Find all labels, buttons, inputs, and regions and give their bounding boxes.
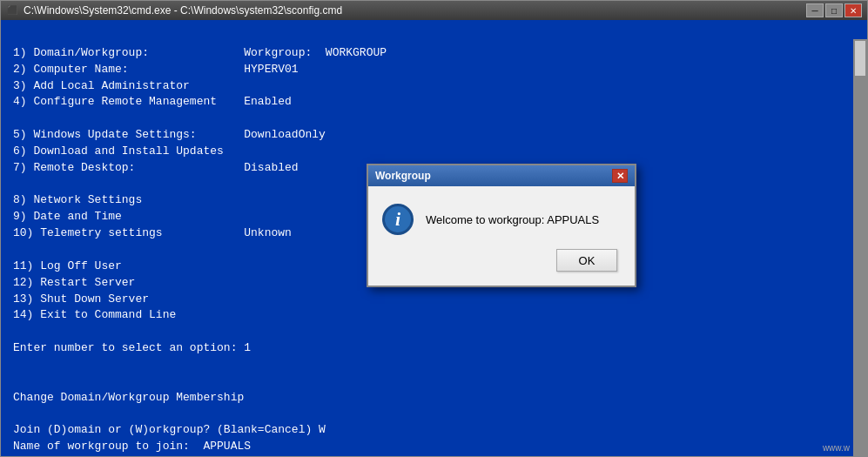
workgroup-dialog: Workgroup ✕ i Welcome to workgroup: APPU… (367, 164, 636, 287)
terminal-line: Change Domain/Workgroup Membership (13, 390, 855, 407)
terminal-line (13, 406, 855, 422)
terminal-line: 1) Domain/Workgroup: Workgroup: WORKGROU… (13, 45, 855, 62)
terminal-line: 2) Computer Name: HYPERV01 (13, 62, 855, 78)
watermark: www.w (823, 443, 850, 453)
dialog-content: i Welcome to workgroup: APPUALS (382, 204, 621, 235)
terminal-line: 6) Download and Install Updates (13, 144, 855, 160)
close-button[interactable]: ✕ (844, 3, 862, 17)
info-icon: i (382, 204, 414, 235)
terminal-line: 14) Exit to Command Line (13, 307, 855, 324)
terminal-line: Join (D)omain or (W)orkgroup? (Blank=Can… (13, 422, 855, 439)
terminal-line (13, 373, 855, 390)
dialog-footer: OK (382, 249, 621, 272)
terminal-line (13, 324, 855, 340)
terminal-line: Enter number to select an option: 1 (13, 340, 855, 357)
terminal-line: 5) Windows Update Settings: DownloadOnly (13, 127, 855, 144)
window-icon: ⬛ (6, 4, 18, 17)
scrollbar[interactable] (853, 39, 867, 456)
title-bar: ⬛ C:\Windows\System32\cmd.exe - C:\Windo… (1, 1, 867, 20)
terminal-line: 4) Configure Remote Management Enabled (13, 94, 855, 111)
ok-button[interactable]: OK (556, 249, 617, 272)
terminal-line: Name of workgroup to join: APPUALS (13, 439, 855, 455)
main-window: ⬛ C:\Windows\System32\cmd.exe - C:\Windo… (0, 0, 868, 457)
restore-button[interactable]: □ (825, 3, 843, 17)
terminal-line (13, 111, 855, 127)
dialog-body: i Welcome to workgroup: APPUALS OK (368, 186, 635, 286)
minimize-button[interactable]: ─ (806, 3, 824, 17)
terminal-line: 13) Shut Down Server (13, 292, 855, 308)
dialog-message: Welcome to workgroup: APPUALS (426, 213, 599, 226)
dialog-close-button[interactable]: ✕ (612, 169, 628, 183)
terminal-body: 1) Domain/Workgroup: Workgroup: WORKGROU… (1, 20, 867, 456)
dialog-title-bar: Workgroup ✕ (368, 165, 635, 186)
terminal-line: 3) Add Local Administrator (13, 78, 855, 95)
dialog-title: Workgroup (375, 170, 431, 182)
window-title: C:\Windows\System32\cmd.exe - C:\Windows… (24, 4, 806, 17)
window-controls: ─ □ ✕ (806, 3, 862, 17)
terminal-line (13, 357, 855, 373)
terminal-line (13, 29, 855, 45)
scrollbar-thumb[interactable] (855, 41, 865, 76)
terminal-line (13, 455, 855, 456)
